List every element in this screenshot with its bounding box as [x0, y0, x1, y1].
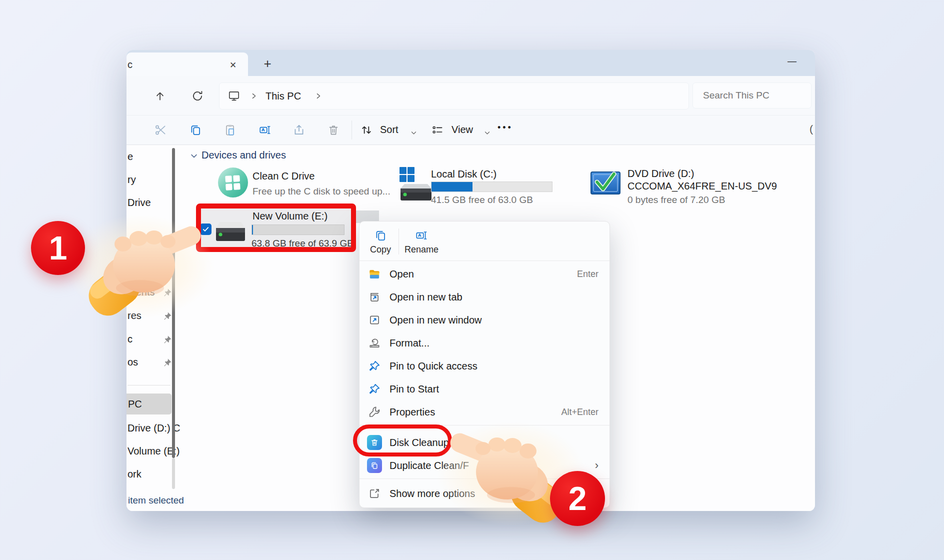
group-header[interactable]: Devices and drives: [202, 150, 286, 161]
chevron-down-icon: [404, 124, 422, 142]
step1-badge: 1: [31, 221, 85, 275]
menu-item-pin-quick-access[interactable]: Pin to Quick access: [360, 354, 610, 378]
format-icon: [366, 336, 382, 350]
menu-item-open-new-window[interactable]: Open in new window: [360, 308, 610, 332]
see-more-button[interactable]: •••: [498, 122, 513, 133]
wrench-icon: [366, 406, 382, 418]
drive-name[interactable]: DVD Drive (D:): [628, 168, 694, 180]
drive-name[interactable]: Clean C Drive: [252, 170, 314, 182]
sidebar-item-network[interactable]: ork: [128, 468, 142, 480]
chevron-down-icon: [478, 124, 496, 142]
toolbar: Sort View ••• (: [126, 115, 815, 145]
refresh-icon[interactable]: [188, 87, 206, 105]
menu-item-open[interactable]: Open Enter: [360, 262, 610, 286]
sidebar-item-gallery[interactable]: ry: [128, 174, 136, 186]
sidebar-scrollbar-track[interactable]: [172, 458, 175, 489]
duplicate-clean-icon: [366, 458, 382, 473]
sidebar-item-onedrive[interactable]: Drive: [128, 197, 151, 208]
sidebar-item-videos[interactable]: os: [128, 356, 138, 368]
drive-free-text: 41.5 GB free of 63.0 GB: [431, 194, 533, 206]
menu-divider: [360, 260, 610, 261]
up-icon[interactable]: [151, 87, 169, 105]
cut-icon[interactable]: [152, 121, 170, 139]
sidebar-item-home[interactable]: e: [128, 151, 133, 162]
sidebar-item-music[interactable]: c: [128, 334, 132, 345]
explorer-tab[interactable]: c ✕: [126, 52, 248, 76]
tab-bar: c ✕ + —: [126, 50, 815, 76]
open-new-window-icon: [366, 314, 382, 326]
rename-command-button[interactable]: Rename: [404, 226, 438, 258]
folder-icon: [366, 268, 382, 280]
address-bar[interactable]: This PC: [219, 82, 689, 110]
drive-usage-fill: [432, 182, 472, 192]
pin-icon: [366, 382, 382, 396]
delete-icon[interactable]: [324, 121, 342, 139]
drive-name-line2: CCCOMA_X64FRE_EN-US_DV9: [628, 180, 777, 192]
new-tab-button[interactable]: +: [258, 54, 278, 73]
copy-icon[interactable]: [186, 121, 204, 139]
sort-icon[interactable]: [358, 121, 376, 139]
drive-free-text: 0 bytes free of 7.20 GB: [628, 194, 725, 206]
drive-subtitle: Free up the C disk to speed up...: [252, 186, 390, 197]
details-pane-fragment: (: [810, 123, 813, 135]
sidebar-item-this-pc[interactable]: PC: [126, 394, 172, 414]
pointer-hand-1: [65, 209, 215, 319]
search-input[interactable]: [692, 82, 812, 108]
collapse-chevron-icon[interactable]: [190, 152, 198, 160]
address-row: This PC: [126, 76, 815, 115]
pin-icon: [366, 360, 382, 372]
tab-close-icon[interactable]: ✕: [226, 58, 240, 72]
sort-button[interactable]: Sort: [380, 124, 398, 136]
tutorial-canvas: c ✕ + — This PC: [0, 0, 944, 560]
back-button-fragment[interactable]: [126, 87, 134, 105]
this-pc-icon: [228, 90, 240, 102]
minimize-button[interactable]: —: [779, 50, 805, 72]
menu-item-format[interactable]: Format...: [360, 332, 610, 354]
pin-icon: [162, 358, 172, 368]
tab-title: c: [128, 59, 132, 70]
command-divider: [398, 228, 399, 254]
toolbar-divider: [352, 120, 352, 140]
clean-c-drive-icon[interactable]: [217, 166, 249, 200]
rename-icon[interactable]: [256, 121, 274, 139]
open-new-tab-icon: [366, 290, 382, 304]
sidebar-divider: [128, 385, 170, 386]
paste-icon[interactable]: [221, 121, 239, 139]
step2-badge: 2: [550, 471, 605, 526]
breadcrumb-chevron-icon: [315, 92, 322, 100]
menu-item-open-new-tab[interactable]: Open in new tab: [360, 286, 610, 308]
pin-icon: [162, 334, 172, 344]
share-icon[interactable]: [290, 121, 308, 139]
copy-command-button[interactable]: Copy: [364, 226, 398, 258]
drive-name[interactable]: Local Disk (C:): [431, 168, 496, 180]
step1-highlight-box: [196, 204, 356, 252]
breadcrumb[interactable]: This PC: [266, 90, 301, 102]
status-text: item selected: [128, 495, 184, 506]
view-icon[interactable]: [428, 121, 446, 139]
search-container: [692, 82, 812, 108]
drive-usage-bar: [431, 182, 552, 192]
local-disk-icon[interactable]: [398, 166, 432, 205]
submenu-chevron-icon: ›: [595, 459, 598, 472]
menu-item-pin-start[interactable]: Pin to Start: [360, 378, 610, 400]
breadcrumb-chevron-icon: [250, 92, 258, 100]
show-more-options-icon: [366, 487, 382, 500]
dvd-drive-icon[interactable]: [589, 167, 622, 200]
view-button[interactable]: View: [452, 124, 473, 136]
